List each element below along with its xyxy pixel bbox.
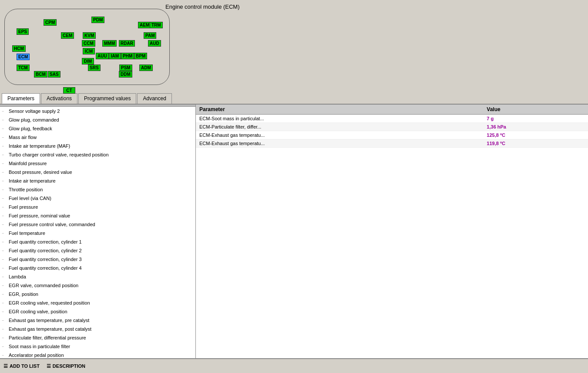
- param-item[interactable]: Mass air flow: [0, 133, 195, 142]
- table-cell-param: ECM-Exhaust gas temperatu...: [196, 131, 483, 139]
- param-item[interactable]: Exhaust gas temperature, pre catalyst: [0, 316, 195, 325]
- table-row[interactable]: ECM-Exhaust gas temperatu...125,8 ºC: [196, 131, 588, 139]
- tab-parameters[interactable]: Parameters: [2, 93, 40, 104]
- module-psm[interactable]: PSM: [119, 64, 132, 71]
- module-rdar[interactable]: RDAR: [119, 40, 135, 47]
- module-kvm[interactable]: KVM: [83, 32, 96, 39]
- diagram-area: Engine control module (ECM) EPSCPMHCMECM…: [0, 0, 588, 92]
- data-table-panel[interactable]: ParameterValue ECM-Soot mass in particul…: [196, 105, 588, 358]
- module-ct[interactable]: CT: [63, 87, 75, 94]
- module-srs[interactable]: SRS: [88, 64, 101, 71]
- param-item[interactable]: Boost pressure, desired value: [0, 168, 195, 176]
- tab-programmed-values[interactable]: Programmed values: [78, 93, 136, 104]
- table-cell-value: 125,8 ºC: [483, 131, 588, 139]
- param-item[interactable]: Fuel quantity correction, cylinder 3: [0, 255, 195, 264]
- param-item[interactable]: Glow plug, feedback: [0, 124, 195, 133]
- table-header-parameter: Parameter: [196, 105, 483, 115]
- add-to-list-label: ADD TO LIST: [10, 363, 40, 369]
- param-item[interactable]: Fuel quantity correction, cylinder 4: [0, 264, 195, 272]
- param-item[interactable]: Intake air temperature (MAF): [0, 142, 195, 150]
- add-to-list-button[interactable]: ☰ ADD TO LIST: [3, 363, 40, 369]
- tabs-area: ParametersActivationsProgrammed valuesAd…: [0, 92, 588, 105]
- table-cell-param: ECM-Particulate filter, differ...: [196, 123, 483, 131]
- param-item[interactable]: Fuel quantity correction, cylinder 2: [0, 246, 195, 255]
- module-dim[interactable]: DIM: [82, 58, 94, 64]
- module-mmm[interactable]: MMM: [102, 40, 117, 47]
- param-item[interactable]: Intake air temperature: [0, 176, 195, 185]
- param-item[interactable]: Exhaust gas temperature, post catalyst: [0, 325, 195, 333]
- param-item[interactable]: Lambda: [0, 272, 195, 281]
- table-cell-value: 119,8 ºC: [483, 139, 588, 148]
- param-item[interactable]: Fuel pressure, nominal value: [0, 211, 195, 220]
- table-cell-param: ECM-Exhaust gas temperatu...: [196, 139, 483, 148]
- module-auu[interactable]: AUU: [96, 53, 109, 59]
- param-item[interactable]: EGR cooling valve, position: [0, 307, 195, 316]
- module-pdm[interactable]: PDM: [91, 17, 104, 23]
- module-bcm[interactable]: BCM: [34, 71, 47, 78]
- main-content: Sensor voltage supply 2Glow plug, comman…: [0, 105, 588, 358]
- param-item[interactable]: Fuel pressure: [0, 203, 195, 211]
- table-row[interactable]: ECM-Soot mass in particulat...7 g: [196, 115, 588, 123]
- table-row[interactable]: ECM-Particulate filter, differ...1,36 hP…: [196, 123, 588, 131]
- parameter-list-panel[interactable]: Sensor voltage supply 2Glow plug, comman…: [0, 105, 196, 358]
- module-trm[interactable]: TRM: [150, 22, 163, 28]
- module-icm[interactable]: ICM: [83, 48, 95, 54]
- module-hcm[interactable]: HCM: [12, 45, 26, 52]
- module-ccm[interactable]: CCM: [82, 40, 95, 47]
- param-item[interactable]: Fuel temperature: [0, 229, 195, 237]
- param-item[interactable]: Fuel quantity correction, cylinder 1: [0, 237, 195, 246]
- module-cem[interactable]: CEM: [61, 32, 74, 39]
- param-item[interactable]: Glow plug, commanded: [0, 115, 195, 124]
- add-icon: ☰: [3, 363, 8, 369]
- param-item[interactable]: EGR cooling valve, requested position: [0, 298, 195, 307]
- module-aud[interactable]: AUD: [148, 40, 161, 47]
- bottom-toolbar: ☰ ADD TO LIST ☰ DESCRIPTION: [0, 358, 588, 373]
- param-item[interactable]: EGR, position: [0, 290, 195, 298]
- param-item[interactable]: Sensor voltage supply 2: [0, 107, 195, 115]
- module-iam[interactable]: IAM: [109, 53, 121, 59]
- param-item[interactable]: Accelarator pedal position: [0, 351, 195, 358]
- table-cell-value: 1,36 hPa: [483, 123, 588, 131]
- table-header-value: Value: [483, 105, 588, 115]
- param-item[interactable]: Turbo charger control valve, requested p…: [0, 150, 195, 159]
- param-item[interactable]: Throttle position: [0, 185, 195, 194]
- tab-advanced[interactable]: Advanced: [137, 93, 171, 104]
- param-item[interactable]: Fuel level (via CAN): [0, 194, 195, 203]
- table-cell-param: ECM-Soot mass in particulat...: [196, 115, 483, 123]
- description-button[interactable]: ☰ DESCRIPTION: [47, 363, 85, 369]
- module-phm[interactable]: PHM: [121, 53, 134, 59]
- table-row[interactable]: ECM-Exhaust gas temperatu...119,8 ºC: [196, 139, 588, 148]
- module-sas[interactable]: SAS: [48, 71, 60, 78]
- module-ecm[interactable]: ECM: [17, 54, 30, 60]
- description-label: DESCRIPTION: [53, 363, 85, 369]
- desc-icon: ☰: [47, 363, 51, 369]
- diagram-title: Engine control module (ECM): [165, 3, 240, 10]
- table-cell-value: 7 g: [483, 115, 588, 123]
- param-list: Sensor voltage supply 2Glow plug, comman…: [0, 107, 195, 358]
- data-table: ParameterValue ECM-Soot mass in particul…: [196, 105, 588, 148]
- param-item[interactable]: Mainfold pressure: [0, 159, 195, 168]
- module-tcm[interactable]: TCM: [17, 64, 30, 71]
- module-bpm[interactable]: BPM: [134, 53, 147, 59]
- param-item[interactable]: Fuel pressure control valve, commanded: [0, 220, 195, 229]
- param-item[interactable]: Soot mass in particulate filter: [0, 342, 195, 351]
- module-pam[interactable]: PAM: [144, 32, 156, 39]
- module-aem[interactable]: AEM: [138, 22, 151, 28]
- module-adm[interactable]: ADM: [139, 64, 153, 71]
- param-item[interactable]: Particulate filter, differential pressur…: [0, 333, 195, 342]
- tab-activations[interactable]: Activations: [41, 93, 77, 104]
- module-eps[interactable]: EPS: [17, 28, 29, 35]
- module-ddm[interactable]: DDM: [119, 71, 132, 78]
- ecm-bubble: [4, 9, 170, 85]
- module-cpm[interactable]: CPM: [44, 19, 57, 26]
- param-item[interactable]: EGR valve, commanded position: [0, 281, 195, 290]
